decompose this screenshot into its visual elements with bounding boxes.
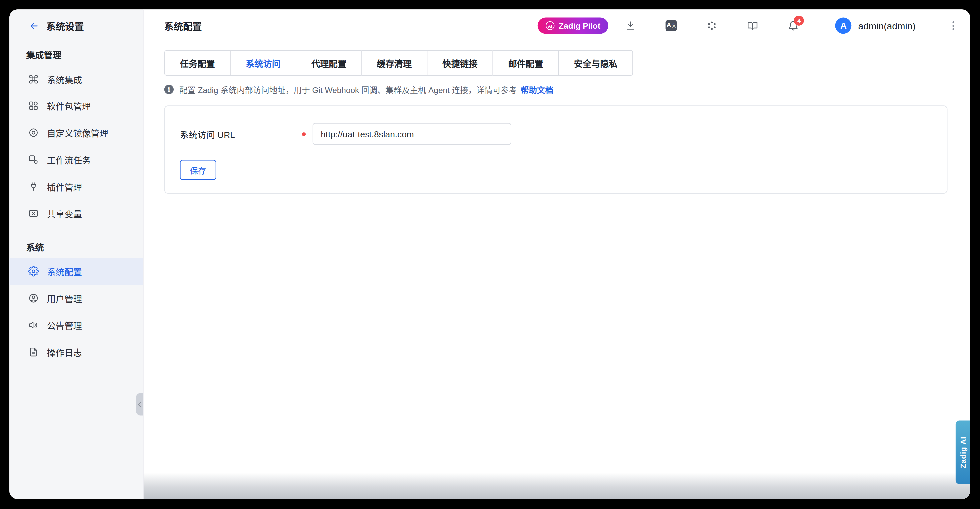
tab-quick-links[interactable]: 快捷链接	[427, 50, 493, 76]
sidebar-collapse-handle[interactable]	[136, 393, 143, 415]
sidebar-item-workflow-tasks[interactable]: 工作流任务	[9, 146, 143, 173]
url-field-label: 系统访问 URL	[180, 128, 302, 140]
zadig-ai-label: Zadig AI	[958, 436, 967, 468]
gear-icon	[28, 266, 39, 277]
sidebar-item-label: 共享变量	[47, 207, 82, 220]
back-arrow-icon[interactable]	[29, 20, 39, 31]
translate-icon[interactable]: A文	[666, 20, 677, 31]
sidebar-item-label: 软件包管理	[47, 100, 91, 112]
target-icon	[28, 127, 39, 138]
announcement-icon	[28, 320, 39, 330]
docs-book-icon[interactable]	[747, 20, 758, 31]
tab-task-config[interactable]: 任务配置	[164, 50, 231, 76]
sidebar: 系统设置 集成管理 系统集成 软件包管理 自定义镜像管理	[9, 10, 144, 499]
sidebar-item-label: 工作流任务	[47, 153, 91, 166]
sidebar-item-label: 自定义镜像管理	[47, 127, 108, 139]
tab-security-privacy[interactable]: 安全与隐私	[558, 50, 633, 76]
sidebar-item-user-management[interactable]: 用户管理	[9, 285, 143, 312]
url-form-row: 系统访问 URL	[180, 123, 932, 145]
download-icon[interactable]	[625, 20, 636, 31]
zadig-pilot-button[interactable]: AI Zadig Pilot	[537, 17, 608, 34]
workflow-gear-icon	[28, 154, 39, 165]
tab-proxy-config[interactable]: 代理配置	[296, 50, 362, 76]
required-dot	[302, 132, 305, 136]
screenshot-root: 系统设置 集成管理 系统集成 软件包管理 自定义镜像管理	[0, 0, 980, 509]
cluster-dots-icon[interactable]	[706, 20, 718, 31]
tab-system-access[interactable]: 系统访问	[230, 50, 296, 76]
sidebar-item-label: 操作日志	[47, 346, 82, 358]
sidebar-item-announcement-management[interactable]: 公告管理	[9, 312, 143, 339]
tab-email-config[interactable]: 邮件配置	[493, 50, 559, 76]
info-icon: i	[164, 85, 174, 94]
avatar[interactable]: A	[835, 17, 851, 34]
user-icon	[28, 293, 39, 304]
content: 任务配置 系统访问 代理配置 缓存清理 快捷链接 邮件配置 安全与隐私 i 配置…	[144, 42, 970, 499]
sidebar-item-label: 插件管理	[47, 180, 82, 193]
command-icon	[28, 74, 39, 84]
system-url-input[interactable]	[313, 123, 511, 145]
sidebar-item-label: 用户管理	[47, 292, 82, 305]
sidebar-section-system-label: 系统	[26, 241, 143, 254]
settings-tabs: 任务配置 系统访问 代理配置 缓存清理 快捷链接 邮件配置 安全与隐私	[164, 50, 948, 76]
sidebar-item-plugin-management[interactable]: 插件管理	[9, 173, 143, 200]
topbar: 系统配置 AI Zadig Pilot A文	[144, 10, 970, 42]
zadig-pilot-label: Zadig Pilot	[558, 21, 600, 30]
sidebar-item-system-config[interactable]: 系统配置	[9, 258, 143, 285]
sidebar-header: 系统设置	[9, 12, 143, 40]
save-button[interactable]: 保存	[180, 160, 216, 180]
variable-icon	[28, 208, 39, 219]
ai-icon: AI	[546, 21, 554, 30]
sidebar-item-system-integration[interactable]: 系统集成	[9, 65, 143, 92]
zadig-ai-tab[interactable]: Zadig AI	[956, 420, 970, 484]
sidebar-item-label: 公告管理	[47, 319, 82, 332]
notification-bell-icon[interactable]: 4	[788, 20, 799, 31]
app-window: 系统设置 集成管理 系统集成 软件包管理 自定义镜像管理	[9, 10, 970, 499]
plugin-icon	[28, 181, 39, 192]
sidebar-title: 系统设置	[46, 19, 84, 32]
page-title: 系统配置	[164, 19, 202, 32]
translate-icon-glyph: A文	[666, 20, 677, 31]
info-banner: i 配置 Zadig 系统内部访问地址，用于 Git Webhook 回调、集群…	[164, 84, 948, 96]
main-area: 系统配置 AI Zadig Pilot A文	[144, 10, 970, 499]
username[interactable]: admin(admin)	[859, 20, 916, 31]
tab-cache-cleanup[interactable]: 缓存清理	[361, 50, 428, 76]
package-grid-icon	[28, 100, 39, 111]
sidebar-item-label: 系统配置	[47, 265, 82, 278]
sidebar-item-custom-image-registry[interactable]: 自定义镜像管理	[9, 119, 143, 146]
system-access-card: 系统访问 URL 保存	[164, 105, 948, 193]
sidebar-item-shared-variables[interactable]: 共享变量	[9, 200, 143, 227]
sidebar-item-operation-log[interactable]: 操作日志	[9, 339, 143, 366]
log-icon	[28, 347, 39, 357]
notification-badge: 4	[794, 16, 804, 25]
sidebar-item-package-management[interactable]: 软件包管理	[9, 92, 143, 119]
info-text: 配置 Zadig 系统内部访问地址，用于 Git Webhook 回调、集群及主…	[180, 84, 517, 96]
more-menu-icon[interactable]	[951, 19, 956, 32]
sidebar-item-label: 系统集成	[47, 73, 82, 86]
help-docs-link[interactable]: 帮助文档	[520, 84, 553, 96]
sidebar-section-integration-label: 集成管理	[26, 48, 143, 62]
